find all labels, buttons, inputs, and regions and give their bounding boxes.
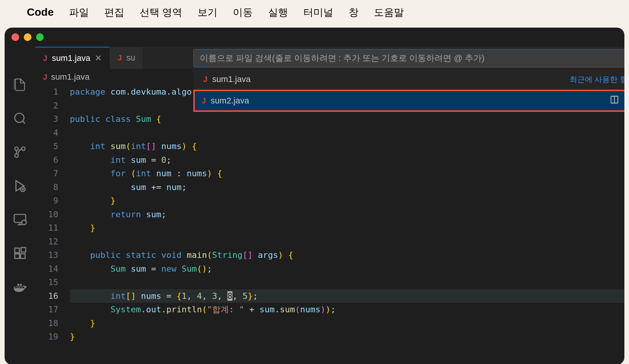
svg-rect-11	[15, 248, 20, 253]
tab-sum1[interactable]: J sum1.java ✕	[35, 47, 110, 69]
code-line[interactable]: for (int num : nums) {	[70, 167, 624, 180]
code-line[interactable]	[70, 126, 624, 140]
quick-open-panel: 이름으로 파일 검색(줄로 이동하려면 : 추가 또는 기호로 이동하려면 @ …	[193, 49, 624, 112]
tab-label: su	[127, 53, 135, 63]
svg-rect-13	[21, 254, 25, 259]
code-content[interactable]: package com.devkuma.algorithum.programmi…	[70, 85, 624, 364]
run-debug-icon[interactable]	[13, 179, 27, 193]
line-number: 7	[35, 167, 58, 180]
tab-sum2[interactable]: J su	[110, 47, 143, 69]
quick-open-item-label: sum2.java	[211, 96, 249, 106]
java-file-icon: J	[43, 73, 47, 82]
window-minimize-button[interactable]	[24, 33, 31, 41]
tab-close-icon[interactable]: ✕	[95, 53, 102, 63]
line-number: 16	[35, 289, 58, 303]
code-line[interactable]	[70, 235, 624, 249]
line-number: 19	[35, 330, 58, 344]
app-name[interactable]: Code	[27, 6, 54, 18]
menu-file[interactable]: 파일	[69, 6, 89, 19]
java-file-icon: J	[117, 54, 122, 62]
code-line[interactable]: }	[70, 316, 624, 330]
line-number: 17	[35, 303, 58, 316]
code-line[interactable]: }	[70, 330, 624, 344]
docker-icon[interactable]	[13, 280, 27, 294]
menu-help[interactable]: 도움말	[374, 6, 404, 19]
quick-open-item-label: sum1.java	[212, 74, 250, 84]
quick-open-input[interactable]: 이름으로 파일 검색(줄로 이동하려면 : 추가 또는 기호로 이동하려면 @ …	[193, 49, 624, 67]
svg-point-10	[22, 220, 26, 225]
svg-line-1	[23, 121, 25, 124]
code-line[interactable]: int sum(int[] nums) {	[70, 139, 624, 153]
quick-open-header: J sum1.java 최근에 사용한 항목	[193, 69, 624, 90]
breadcrumb-file: sum1.java	[51, 72, 89, 82]
line-number: 5	[35, 139, 58, 153]
quick-open-item-selected[interactable]: J sum2.java	[193, 90, 624, 112]
code-line[interactable]: Sum sum = new Sum();	[70, 262, 624, 276]
java-file-icon: J	[203, 75, 207, 84]
svg-point-4	[15, 147, 18, 151]
line-number: 1	[35, 85, 58, 99]
line-number: 4	[35, 126, 58, 140]
quick-open-item[interactable]: J sum1.java	[201, 72, 253, 87]
menu-view[interactable]: 보기	[198, 6, 217, 19]
quick-open-results: J sum1.java 최근에 사용한 항목 J sum2.java	[193, 69, 624, 112]
line-number: 3	[35, 112, 58, 126]
svg-point-3	[15, 154, 18, 157]
macos-menubar: Code 파일 편집 선택 영역 보기 이동 실행 터미널 창 도움말	[0, 0, 629, 25]
code-editor[interactable]: 12345678910111213141516171819 package co…	[35, 85, 624, 364]
source-control-icon[interactable]	[13, 145, 27, 159]
menu-edit[interactable]: 편집	[104, 6, 124, 19]
explorer-icon[interactable]	[13, 77, 27, 92]
line-number: 18	[35, 316, 58, 330]
line-gutter: 12345678910111213141516171819	[35, 85, 70, 364]
java-file-icon: J	[202, 97, 206, 105]
extensions-icon[interactable]	[13, 246, 27, 261]
svg-rect-14	[21, 248, 26, 252]
code-line[interactable]: int sum = 0;	[70, 153, 624, 167]
line-number: 9	[35, 194, 58, 208]
menu-run[interactable]: 실행	[268, 6, 288, 19]
menu-selection[interactable]: 선택 영역	[140, 6, 182, 19]
quick-open-placeholder: 이름으로 파일 검색(줄로 이동하려면 : 추가 또는 기호로 이동하려면 @ …	[200, 52, 484, 64]
code-line[interactable]: public static void main(String[] args) {	[70, 248, 624, 262]
line-number: 11	[35, 221, 58, 235]
svg-point-0	[15, 113, 24, 123]
code-line[interactable]: sum += num;	[70, 180, 624, 194]
line-number: 6	[35, 153, 58, 167]
line-number: 13	[35, 248, 58, 262]
window-maximize-button[interactable]	[36, 33, 44, 41]
remote-explorer-icon[interactable]	[13, 212, 27, 227]
menu-go[interactable]: 이동	[233, 6, 253, 19]
line-number: 15	[35, 275, 58, 289]
menu-terminal[interactable]: 터미널	[303, 6, 333, 19]
line-number: 12	[35, 235, 58, 249]
java-file-icon: J	[43, 54, 47, 63]
tab-label: sum1.java	[52, 53, 90, 63]
vscode-window: J sum1.java ✕ J su J sum1.java 123456789…	[5, 28, 624, 364]
titlebar	[5, 28, 624, 47]
code-line[interactable]: return sum;	[70, 208, 624, 221]
svg-rect-12	[15, 254, 20, 259]
code-line[interactable]	[70, 275, 624, 289]
code-line[interactable]: }	[70, 194, 624, 208]
line-number: 14	[35, 262, 58, 276]
code-line[interactable]: int[] nums = {1, 4, 3, 8, 5};	[70, 289, 624, 303]
code-line[interactable]: public class Sum {	[70, 112, 624, 126]
search-icon[interactable]	[13, 111, 27, 126]
code-line[interactable]: System.out.println("합계: " + sum.sum(nums…	[70, 303, 624, 316]
line-number: 10	[35, 208, 58, 221]
code-line[interactable]: }	[70, 221, 624, 235]
quick-open-recent-label: 최근에 사용한 항목	[570, 74, 624, 85]
menu-window[interactable]: 창	[349, 6, 359, 19]
line-number: 2	[35, 99, 58, 113]
line-number: 8	[35, 180, 58, 194]
activity-bar	[5, 47, 35, 364]
svg-point-2	[22, 147, 25, 151]
window-close-button[interactable]	[12, 33, 19, 41]
split-editor-icon[interactable]	[610, 95, 619, 107]
